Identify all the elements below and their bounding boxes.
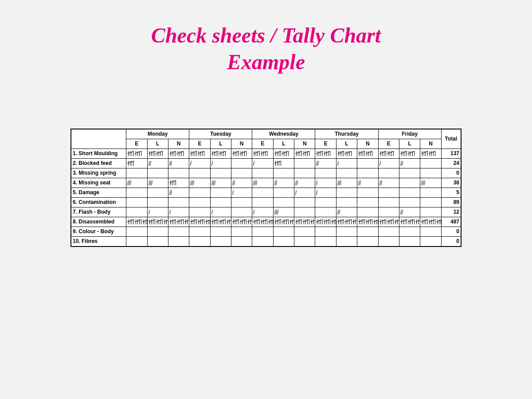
tally-cell	[336, 149, 357, 159]
row-label: 9. Colour - Body	[71, 227, 126, 237]
tally-cell	[126, 178, 147, 188]
tally-cell	[315, 188, 336, 198]
table-row: 3. Missing spring0	[71, 168, 461, 178]
tally-cell	[147, 178, 168, 188]
tally-cell	[189, 159, 210, 168]
row-total: 137	[441, 149, 461, 159]
tally-cell	[189, 188, 210, 198]
tally-table: MondayTuesdayWednesdayThursdayFridayTota…	[71, 129, 461, 246]
tally-cell	[168, 217, 189, 227]
tally-cell	[252, 207, 273, 217]
tally-cell	[420, 178, 441, 188]
tally-cell	[231, 237, 252, 246]
tally-cell	[189, 207, 210, 217]
tally-cell	[357, 188, 378, 198]
tally-cell	[336, 188, 357, 198]
tally-cell	[231, 198, 252, 207]
col-header-shift: E	[315, 139, 336, 149]
tally-cell	[189, 168, 210, 178]
col-header-shift: L	[399, 139, 420, 149]
tally-cell	[252, 159, 273, 168]
tally-cell	[189, 178, 210, 188]
tally-cell	[210, 178, 231, 188]
tally-cell	[399, 207, 420, 217]
table-row: 4. Missing seat38	[71, 178, 461, 188]
tally-cell	[399, 227, 420, 237]
tally-cell	[378, 217, 399, 227]
tally-cell	[168, 149, 189, 159]
row-total: 38	[441, 178, 461, 188]
tally-cell	[273, 237, 294, 246]
tally-cell	[357, 207, 378, 217]
col-header-shift: N	[294, 139, 315, 149]
tally-cell	[378, 198, 399, 207]
tally-cell	[231, 178, 252, 188]
tally-cell	[420, 207, 441, 217]
tally-cell	[126, 237, 147, 246]
table-row: 10. Fibres0	[71, 237, 461, 246]
tally-cell	[252, 149, 273, 159]
tally-cell	[126, 198, 147, 207]
table-head: MondayTuesdayWednesdayThursdayFridayTota…	[71, 129, 461, 149]
table-row: 7. Flash - Body12	[71, 207, 461, 217]
tally-cell	[399, 198, 420, 207]
tally-cell	[126, 217, 147, 227]
tally-cell	[315, 217, 336, 227]
tally-cell	[420, 237, 441, 246]
tally-cell	[147, 227, 168, 237]
tally-cell	[420, 149, 441, 159]
tally-cell	[189, 149, 210, 159]
row-total: 0	[441, 237, 461, 246]
tally-cell	[231, 227, 252, 237]
row-label: 5. Damage	[71, 188, 126, 198]
tally-cell	[273, 168, 294, 178]
tally-cell	[336, 178, 357, 188]
tally-cell	[315, 198, 336, 207]
row-label: 2. Blocked feed	[71, 159, 126, 168]
tally-cell	[399, 149, 420, 159]
tally-sheet: MondayTuesdayWednesdayThursdayFridayTota…	[70, 129, 462, 247]
tally-cell	[378, 207, 399, 217]
tally-cell	[357, 168, 378, 178]
tally-cell	[357, 237, 378, 246]
tally-cell	[252, 198, 273, 207]
tally-cell	[336, 227, 357, 237]
tally-cell	[252, 227, 273, 237]
row-label: 10. Fibres	[71, 237, 126, 246]
tally-cell	[252, 237, 273, 246]
tally-cell	[273, 227, 294, 237]
table-row: 2. Blocked feed24	[71, 159, 461, 168]
tally-cell	[189, 198, 210, 207]
row-label: 6. Contamination	[71, 198, 126, 207]
tally-cell	[147, 237, 168, 246]
tally-cell	[168, 198, 189, 207]
tally-cell	[210, 198, 231, 207]
table-row: 5. Damage5	[71, 188, 461, 198]
tally-cell	[294, 168, 315, 178]
tally-cell	[420, 217, 441, 227]
tally-cell	[210, 159, 231, 168]
col-header-day: Monday	[126, 129, 189, 139]
row-total: 5	[441, 188, 461, 198]
col-header-shift: N	[231, 139, 252, 149]
tally-cell	[399, 217, 420, 227]
tally-cell	[273, 159, 294, 168]
col-header-day: Tuesday	[189, 129, 252, 139]
tally-cell	[336, 237, 357, 246]
tally-cell	[273, 207, 294, 217]
tally-cell	[336, 159, 357, 168]
tally-cell	[147, 159, 168, 168]
tally-cell	[126, 227, 147, 237]
table-row: 1. Short Moulding137	[71, 149, 461, 159]
tally-cell	[147, 198, 168, 207]
row-label: 3. Missing spring	[71, 168, 126, 178]
row-total: 24	[441, 159, 461, 168]
tally-cell	[399, 159, 420, 168]
tally-cell	[210, 217, 231, 227]
tally-cell	[147, 149, 168, 159]
tally-cell	[231, 159, 252, 168]
tally-cell	[378, 159, 399, 168]
tally-cell	[378, 149, 399, 159]
col-header-day: Friday	[378, 129, 441, 139]
tally-cell	[210, 227, 231, 237]
